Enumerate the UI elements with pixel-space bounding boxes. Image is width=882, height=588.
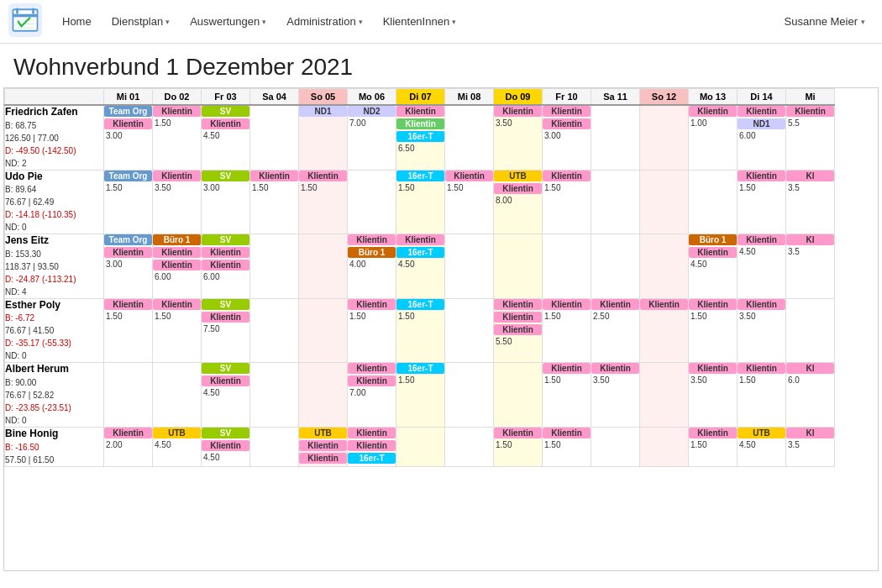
shift-hours: 1.50 — [104, 183, 152, 192]
day-cell — [640, 105, 689, 170]
col-header-Mi: Mi — [786, 89, 835, 106]
day-cell: SVKlientin7.50 — [202, 298, 250, 363]
day-cell: UTB4.50 — [738, 427, 786, 466]
shift-badge: Büro 1 — [153, 234, 201, 245]
day-cell — [250, 298, 299, 363]
shift-badge: Klientin — [348, 428, 396, 438]
shift-hours: 1.50 — [396, 312, 444, 321]
shift-badge: Klientin — [738, 234, 785, 245]
employee-stats: B: -6.7276.67 | 41.50D: -35.17 (-55.33)N… — [5, 312, 103, 362]
shift-badge: 16er-T — [396, 131, 444, 142]
shift-badge: Klientin — [153, 260, 201, 270]
shift-badge: Klientin — [494, 324, 542, 335]
shift-badge: 16er-T — [396, 171, 444, 181]
day-cell: Klientin1.50 — [153, 105, 202, 170]
shift-badge: Kl — [786, 171, 834, 181]
day-cell — [640, 363, 689, 428]
shift-hours: 1.50 — [348, 312, 396, 321]
col-header-Mi01: Mi 01 — [104, 89, 153, 106]
nav-administration[interactable]: Administration ▾ — [278, 10, 370, 33]
shift-hours: 1.50 — [543, 440, 591, 449]
day-cell — [445, 298, 494, 363]
day-cell: Klientin3.50 — [689, 363, 738, 428]
shift-hours: 4.50 — [202, 131, 249, 140]
shift-badge: ND1 — [299, 106, 347, 117]
shift-hours: 1.50 — [543, 312, 591, 321]
nav-dienstplan[interactable]: Dienstplan ▾ — [103, 10, 178, 33]
shift-badge: Klientin — [202, 247, 249, 258]
user-menu[interactable]: Susanne Meier ▾ — [776, 10, 874, 33]
day-cell: Büro 1Klientin4.50 — [689, 234, 738, 299]
shift-hours: 3.5 — [786, 440, 834, 449]
shift-hours: 1.50 — [250, 183, 298, 192]
shift-hours: 1.50 — [153, 118, 201, 128]
shift-hours: 6.00 — [202, 272, 249, 281]
day-cell: Klientin1.50 — [689, 298, 738, 363]
shift-hours: 4.50 — [153, 440, 201, 449]
col-header-So12: So 12 — [640, 89, 689, 106]
col-header-Do09: Do 09 — [494, 89, 543, 106]
day-cell — [640, 427, 689, 466]
day-cell — [396, 427, 445, 466]
day-cell: Klientin3.50 — [738, 298, 786, 363]
shift-badge: Klientin — [348, 375, 396, 386]
shift-badge: Team Org — [104, 234, 152, 245]
shift-badge: Klientin — [202, 260, 249, 270]
day-cell: Klientin1.50 — [543, 427, 591, 466]
shift-hours: 8.00 — [494, 196, 542, 205]
day-cell: Klientin1.50 — [494, 427, 543, 466]
svg-rect-3 — [16, 8, 18, 13]
svg-rect-2 — [13, 13, 37, 17]
nav-home[interactable]: Home — [54, 10, 100, 33]
shift-hours: 3.00 — [202, 183, 249, 192]
schedule-container[interactable]: Mi 01Do 02Fr 03Sa 04So 05Mo 06Di 07Mi 08… — [3, 87, 879, 571]
shift-hours: 3.50 — [591, 375, 639, 385]
shift-badge: UTB — [299, 428, 347, 438]
day-cell — [445, 427, 494, 466]
shift-badge: 16er-T — [396, 299, 444, 310]
shift-badge: Klientin — [299, 453, 347, 464]
day-cell: UTBKlientin8.00 — [494, 170, 543, 234]
day-cell — [445, 363, 494, 428]
employee-row: Udo PieB: 89.6476.67 | 62.49D: -14.18 (-… — [5, 170, 835, 234]
day-cell: SV3.00 — [202, 170, 250, 234]
shift-badge: Klientin — [348, 363, 396, 374]
shift-badge: SV — [202, 106, 249, 117]
nav-klientenInnen[interactable]: KlientenInnen ▾ — [375, 10, 465, 33]
col-header-Do02: Do 02 — [153, 89, 202, 106]
shift-hours: 4.50 — [689, 260, 737, 269]
day-cell — [591, 234, 640, 299]
nav-auswertungen[interactable]: Auswertungen ▾ — [181, 10, 275, 33]
shift-badge: Klientin — [250, 171, 298, 181]
day-cell: KlientinND16.00 — [738, 105, 786, 170]
chevron-down-icon: ▾ — [861, 18, 865, 26]
shift-badge: Klientin — [153, 106, 201, 117]
day-cell: Kl3.5 — [786, 427, 835, 466]
employee-row: Jens EitzB: 153.30118.37 | 93.50D: -24.8… — [5, 234, 835, 299]
shift-hours: 1.50 — [689, 312, 737, 321]
shift-badge: Klientin — [543, 171, 591, 181]
schedule-table: Mi 01Do 02Fr 03Sa 04So 05Mo 06Di 07Mi 08… — [4, 88, 835, 467]
shift-hours: 4.50 — [738, 440, 785, 449]
shift-badge: Klientin — [104, 299, 152, 310]
day-cell: KlientinKlientin16er-T — [348, 427, 396, 466]
shift-hours: 4.50 — [738, 247, 785, 256]
employee-name-cell: Bine HonigB: -16.5057.50 | 61.50 — [5, 427, 104, 466]
col-header-Di14: Di 14 — [738, 89, 786, 106]
shift-hours: 2.00 — [104, 440, 152, 449]
shift-badge: Klientin — [591, 363, 639, 374]
shift-badge: Klientin — [543, 363, 591, 374]
svg-rect-4 — [32, 8, 34, 13]
shift-badge: ND1 — [738, 118, 785, 129]
day-cell — [153, 363, 202, 428]
day-cell: 16er-T1.50 — [396, 170, 445, 234]
col-header-Sa11: Sa 11 — [591, 89, 640, 106]
employee-stats: B: 68.75126.50 | 77.00D: -49.50 (-142.50… — [5, 119, 103, 170]
shift-badge: Klientin — [738, 363, 785, 374]
day-cell — [250, 363, 299, 428]
shift-hours: 1.50 — [396, 375, 444, 385]
shift-badge: Klientin — [202, 312, 249, 323]
shift-hours: 7.50 — [202, 324, 249, 333]
day-cell: Klientin2.50 — [591, 298, 640, 363]
day-cell — [640, 170, 689, 234]
